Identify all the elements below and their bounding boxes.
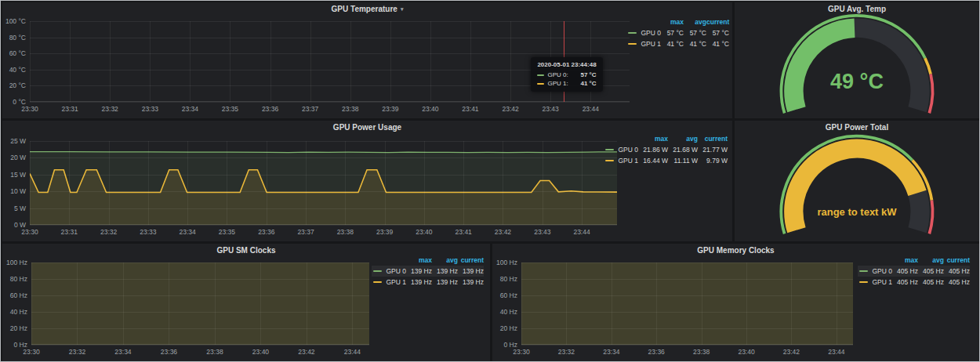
series-color-dash-icon xyxy=(537,74,544,76)
gridline-vertical xyxy=(424,141,425,225)
gridline-horizontal xyxy=(30,38,630,38)
x-tick-label: 23:41 xyxy=(456,228,472,236)
series-color-dash-icon xyxy=(859,270,868,272)
power-total-gauge: range to text kW xyxy=(769,134,946,237)
legend-row: GPU 116.44 W11.11 W9.79 W xyxy=(604,155,728,166)
y-tick-label: 20 °C xyxy=(9,81,26,89)
legend-value: 9.79 W xyxy=(698,157,728,165)
gridline-vertical xyxy=(267,141,267,225)
legend-header[interactable]: max xyxy=(638,135,668,143)
gridline-vertical xyxy=(543,141,543,225)
legend-series-toggle[interactable]: GPU 0 xyxy=(626,29,661,37)
x-tick-label: 23:36 xyxy=(161,348,177,356)
gridline-horizontal xyxy=(521,279,853,280)
legend-header[interactable]: max xyxy=(661,18,684,26)
legend-value: 16.44 W xyxy=(638,157,668,165)
legend-header[interactable]: avg xyxy=(668,135,698,143)
gridline-horizontal xyxy=(31,328,369,329)
legend-series-toggle[interactable]: GPU 0 xyxy=(372,267,406,275)
legend-value: 21.86 W xyxy=(638,146,668,154)
x-tick-label: 23:32 xyxy=(100,228,117,236)
x-tick-label: 23:31 xyxy=(61,105,78,113)
legend-series-toggle[interactable]: GPU 1 xyxy=(372,278,406,286)
x-tick-label: 23:34 xyxy=(603,348,619,356)
y-tick-label: 20 Hz xyxy=(10,324,27,332)
y-tick-label: 80 Hz xyxy=(500,275,517,283)
legend-header[interactable]: max xyxy=(892,256,918,264)
gridline-vertical xyxy=(510,21,511,102)
y-tick-label: 10 W xyxy=(10,187,26,195)
x-tick-label: 23:36 xyxy=(258,228,274,236)
legend-series-toggle[interactable]: GPU 1 xyxy=(626,40,661,48)
legend-value: 405 Hz xyxy=(892,267,918,275)
x-tick-label: 23:39 xyxy=(376,228,393,236)
x-tick-label: 23:30 xyxy=(23,348,39,356)
gridline-vertical xyxy=(148,141,149,225)
gauge-value-text: 49 °C xyxy=(769,70,946,94)
x-tick-label: 23:31 xyxy=(61,228,78,236)
panel-title-text: GPU Power Usage xyxy=(333,123,401,132)
gridline-horizontal xyxy=(521,345,853,346)
gridline-vertical xyxy=(169,262,169,345)
legend-series-toggle[interactable]: GPU 1 xyxy=(858,278,892,286)
gridline-vertical xyxy=(307,262,307,345)
x-tick-label: 23:44 xyxy=(583,105,599,113)
x-tick-label: 23:37 xyxy=(302,105,318,113)
x-tick-label: 23:40 xyxy=(738,348,754,356)
panel-gpu-temperature: GPU Temperature▾ 2020-05-01 23:44:48GPU … xyxy=(2,2,732,118)
legend-series-toggle[interactable]: GPU 0 xyxy=(604,146,638,154)
gridline-vertical xyxy=(31,262,32,345)
x-tick-label: 23:42 xyxy=(298,348,314,356)
legend-value: 405 Hz xyxy=(944,267,970,275)
x-tick-label: 23:35 xyxy=(219,228,235,236)
legend-value: 405 Hz xyxy=(918,278,944,286)
legend-series-toggle[interactable]: GPU 1 xyxy=(604,157,638,165)
x-tick-label: 23:34 xyxy=(182,105,198,113)
panel-title-gpu-power-usage[interactable]: GPU Power Usage xyxy=(2,121,732,133)
x-tick-label: 23:40 xyxy=(252,348,269,356)
gridline-horizontal xyxy=(521,262,853,263)
panel-title-text: GPU SM Clocks xyxy=(216,246,275,255)
legend-header[interactable]: current xyxy=(706,18,729,26)
x-tick-label: 23:38 xyxy=(337,228,354,236)
gridline-vertical xyxy=(656,262,657,345)
sm-clocks-legend: maxavgcurrentGPU 0139 Hz139 Hz139 HzGPU … xyxy=(372,255,484,288)
chevron-down-icon: ▾ xyxy=(401,6,404,12)
legend-header[interactable]: avg xyxy=(432,256,458,264)
legend-series-toggle[interactable]: GPU 0 xyxy=(858,267,892,275)
x-tick-label: 23:36 xyxy=(262,105,278,113)
y-tick-label: 40 Hz xyxy=(500,308,517,316)
legend-header[interactable]: max xyxy=(406,256,432,264)
gridline-vertical xyxy=(390,21,391,102)
x-tick-label: 23:34 xyxy=(180,228,196,236)
legend-header[interactable]: avg xyxy=(918,256,944,264)
memory-clocks-legend: maxavgcurrentGPU 0405 Hz405 Hz405 HzGPU … xyxy=(858,255,970,288)
legend-header[interactable]: avg xyxy=(684,18,706,26)
legend-header-row: maxavgcurrent xyxy=(858,255,970,266)
temperature-legend: maxavgcurrentGPU 057 °C57 °C57 °CGPU 141… xyxy=(626,16,729,49)
gridline-horizontal xyxy=(31,279,369,280)
legend-row: GPU 0139 Hz139 Hz139 Hz xyxy=(372,266,484,277)
gridline-horizontal xyxy=(30,141,617,142)
legend-header[interactable]: current xyxy=(458,256,484,264)
gridline-vertical xyxy=(150,21,151,102)
y-tick-label: 80 °C xyxy=(9,34,26,42)
sm-clocks-chart-plot: 100 Hz80 Hz60 Hz40 Hz20 Hz0 Hz23:3023:32… xyxy=(31,262,369,345)
panel-title-gpu-temperature[interactable]: GPU Temperature▾ xyxy=(2,2,732,15)
panel-title-gpu-power-total[interactable]: GPU Power Total xyxy=(735,121,979,133)
panel-gpu-power-usage: GPU Power Usage 25 W20 W15 W10 W5 W0 W23… xyxy=(2,121,732,241)
legend-header[interactable]: current xyxy=(698,135,728,143)
x-tick-label: 23:42 xyxy=(783,348,800,356)
x-tick-label: 23:32 xyxy=(102,105,118,113)
legend-value: 21.68 W xyxy=(668,146,698,154)
memory-clocks-chart-plot: 100 Hz80 Hz60 Hz40 Hz20 Hz0 Hz23:3023:32… xyxy=(521,262,853,345)
legend-value: 21.77 W xyxy=(698,146,728,154)
legend-header[interactable]: current xyxy=(944,256,970,264)
y-tick-label: 100 Hz xyxy=(6,259,27,266)
legend-value: 139 Hz xyxy=(458,267,484,275)
temperature-chart-plot: 2020-05-01 23:44:48GPU 0:57 °CGPU 1:41 °… xyxy=(30,21,630,102)
x-tick-label: 23:30 xyxy=(513,348,529,356)
legend-value: 57 °C xyxy=(661,29,684,37)
power-usage-chart-plot: 25 W20 W15 W10 W5 W0 W23:3023:3123:3223:… xyxy=(30,141,617,225)
y-tick-label: 20 W xyxy=(10,154,26,161)
